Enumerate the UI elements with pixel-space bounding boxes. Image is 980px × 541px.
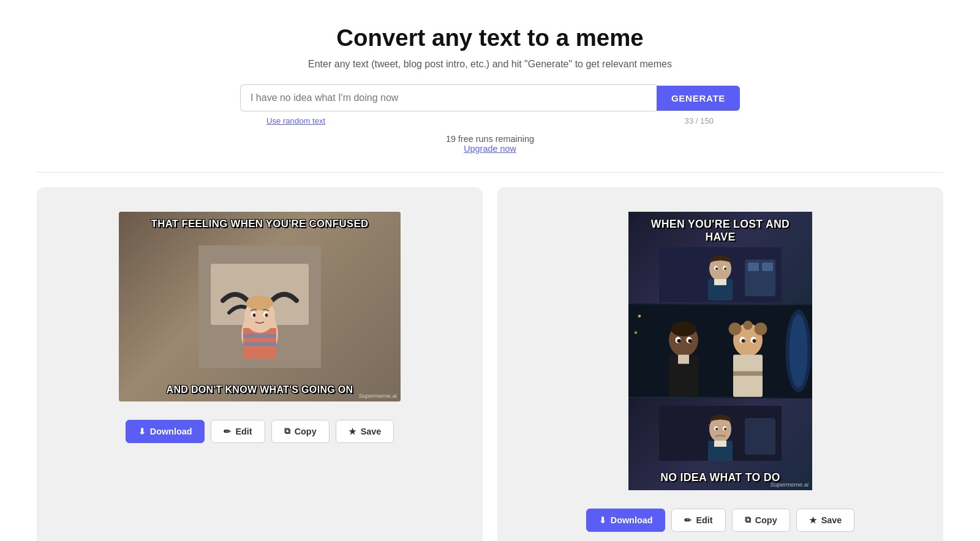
svg-point-27 [671,322,696,337]
svg-rect-56 [745,418,775,455]
random-text-link[interactable]: Use random text [266,116,325,125]
input-meta: Use random text 33 / 150 [266,116,714,125]
svg-rect-4 [243,334,276,338]
meme2-watermark: Supermeme.ai [771,481,809,488]
finn-rey-panel [628,304,812,398]
meme1-actions: ⬇ Download ✏ Edit ⧉ Copy ★ Save [126,420,394,443]
svg-point-42 [742,339,745,343]
svg-point-45 [790,315,808,388]
meme2-download-button[interactable]: ⬇ Download [586,509,666,532]
meme-card-2: WHEN YOU'RE LOST AND HAVE [497,187,943,541]
copy-icon-2: ⧉ [745,515,751,525]
svg-rect-51 [714,441,726,447]
copy-icon: ⧉ [284,427,290,436]
svg-point-37 [755,323,767,335]
meme1-top-text: THAT FEELING WHEN YOU'RE CONFUSED [119,212,401,234]
page-header: Convert any text to a meme Enter any tex… [37,24,943,154]
meme2-save-label: Save [821,515,842,525]
meme2-save-button[interactable]: ★ Save [796,509,855,532]
svg-rect-5 [243,342,276,346]
text-input[interactable]: I have no idea what I'm doing now [240,84,657,111]
svg-rect-29 [678,355,689,364]
svg-point-35 [729,323,742,335]
meme-card-1: THAT FEELING WHEN YOU'RE CONFUSED [37,187,483,541]
meme2-edit-label: Edit [696,515,712,525]
page-title: Convert any text to a meme [37,24,943,51]
meme2-panel-2 [628,304,812,398]
download-icon-2: ⬇ [599,515,606,525]
svg-point-33 [688,339,692,343]
svg-rect-23 [748,263,759,271]
download-icon: ⬇ [138,427,146,436]
svg-rect-17 [714,279,726,285]
meme-image-2: WHEN YOU'RE LOST AND HAVE [628,212,812,490]
svg-rect-25 [628,305,812,397]
meme2-top-text: WHEN YOU'RE LOST AND HAVE [628,212,812,246]
svg-point-46 [638,315,641,318]
memes-grid: THAT FEELING WHEN YOU'RE CONFUSED [37,187,943,541]
meme2-panel-1: WHEN YOU'RE LOST AND HAVE [628,212,812,304]
meme1-bottom-text: AND DON'T KNOW WHAT'S GOING ON [119,380,401,401]
generate-button[interactable]: GENERATE [657,86,740,111]
svg-point-7 [246,296,273,310]
char-count: 33 / 150 [685,116,714,125]
meme2-actions: ⬇ Download ✏ Edit ⧉ Copy ★ Save [586,509,855,532]
meme1-save-button[interactable]: ★ Save [336,420,394,443]
svg-point-47 [635,331,638,334]
meme2-copy-label: Copy [755,515,777,525]
svg-point-54 [715,428,718,430]
svg-point-10 [253,313,256,317]
svg-point-20 [715,267,718,270]
svg-point-32 [677,339,681,343]
meme2-copy-button[interactable]: ⧉ Copy [732,509,790,532]
edit-icon-2: ✏ [684,515,692,525]
svg-point-21 [724,267,726,270]
confused-person-illustration [192,245,327,368]
svg-point-36 [744,321,753,330]
meme1-save-label: Save [361,427,382,436]
runs-info: 19 free runs remaining Upgrade now [37,134,943,154]
meme1-copy-label: Copy [295,427,317,436]
svg-point-43 [753,339,756,343]
svg-rect-24 [762,263,773,271]
meme2-download-label: Download [611,515,653,525]
meme-image-1: THAT FEELING WHEN YOU'RE CONFUSED [119,212,401,401]
star-icon: ★ [349,427,356,436]
meme1-edit-label: Edit [235,427,252,436]
svg-point-55 [724,428,726,430]
svg-point-11 [265,313,268,317]
han-solo-panel [641,247,800,302]
runs-remaining: 19 free runs remaining [446,134,534,144]
divider [37,172,943,173]
meme1-center [119,234,401,380]
meme1-copy-button[interactable]: ⧉ Copy [271,420,330,443]
upgrade-link[interactable]: Upgrade now [37,144,943,154]
star-icon-2: ★ [809,515,817,525]
page-subtitle: Enter any text (tweet, blog post intro, … [37,59,943,70]
meme1-download-label: Download [150,427,192,436]
edit-icon: ✏ [224,427,231,436]
meme1-edit-button[interactable]: ✏ Edit [211,420,265,443]
meme2-edit-button[interactable]: ✏ Edit [671,509,725,532]
input-row: I have no idea what I'm doing now GENERA… [37,84,943,111]
svg-rect-39 [733,371,763,376]
meme1-download-button[interactable]: ⬇ Download [126,420,205,443]
meme2-panel-3: NO IDEA WHAT TO DO Supermeme.ai [628,398,812,490]
han-solo-panel-2 [641,406,800,461]
